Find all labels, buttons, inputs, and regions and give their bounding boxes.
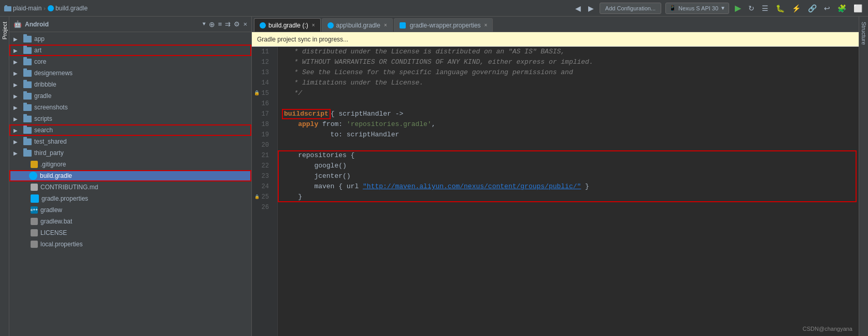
tree-item-label: art [34, 47, 41, 54]
code-line-26 [282, 202, 855, 213]
line-num-19: 19 [252, 130, 273, 140]
refresh-button[interactable]: ↻ [747, 4, 756, 12]
device-selector[interactable]: 📱 Nexus S API 30 ▼ [665, 3, 729, 14]
attach-button[interactable]: 🔗 [806, 4, 818, 12]
gradle-icon-breadcrumb [48, 5, 54, 11]
tab-label: app\build.gradle [336, 22, 380, 29]
code-line-22: google() [282, 161, 855, 171]
tab-close-button[interactable]: × [384, 22, 387, 28]
tree-item-contributing[interactable]: ▶ CONTRIBUTING.md [9, 181, 251, 193]
code-text: apply from: 'repositories.gradle', [282, 119, 435, 130]
code-line-15: */ [282, 88, 855, 99]
line-num-26: 26 [252, 202, 273, 213]
code-text: */ [282, 88, 302, 99]
project-tab[interactable]: Project [1, 19, 9, 43]
tree-item-label: gradle.properties [41, 195, 88, 202]
tree-item-art[interactable]: ▶ art [9, 45, 251, 56]
code-text: buildscript{ scriptHandler -> [282, 109, 403, 119]
maven-url[interactable]: "http://maven.aliyun.com/nexus/content/g… [363, 183, 581, 190]
structure-tab[interactable]: Structure [860, 19, 868, 48]
tree-item-gitignore[interactable]: ▶ .gitignore [9, 159, 251, 170]
code-line-20 [282, 140, 855, 150]
md-file-icon [31, 184, 38, 191]
tree-item-local-properties[interactable]: ▶ local.properties [9, 239, 251, 250]
gradle-button[interactable]: ☰ [760, 4, 770, 12]
plugin-button[interactable]: 🧩 [836, 4, 848, 12]
breadcrumb-file[interactable]: build.gradle [48, 5, 88, 12]
sync-tree-button[interactable]: ≡ [218, 20, 222, 28]
line-numbers: 11 12 13 14 🔒15 16 17 18 19 20 21 22 23 … [252, 47, 278, 336]
tab-close-button[interactable]: × [312, 22, 315, 28]
tab-gradle-icon [328, 22, 334, 29]
maximize-button[interactable]: ⬜ [852, 4, 864, 12]
dropdown-arrow[interactable]: ▼ [203, 21, 206, 27]
tree-item-build-gradle[interactable]: ▶ build.gradle [9, 170, 251, 181]
tree-item-search[interactable]: ▶ search [9, 124, 251, 136]
close-button[interactable]: × [243, 20, 247, 28]
breadcrumb-separator: › [44, 5, 46, 11]
tree-item-test-shared[interactable]: ▶ test_shared [9, 136, 251, 147]
chevron-down-icon: ▼ [720, 5, 725, 11]
code-text: maven { url "http://maven.aliyun.com/nex… [282, 181, 589, 192]
add-configuration-button[interactable]: Add Configuration... [600, 3, 661, 14]
editor-content: 11 12 13 14 🔒15 16 17 18 19 20 21 22 23 … [252, 47, 859, 336]
line-num-22: 22 [252, 161, 273, 171]
code-line-11: * distributed under the License is distr… [282, 47, 855, 57]
tree-item-third-party[interactable]: ▶ third_party [9, 147, 251, 159]
code-line-21: repositories { [282, 150, 855, 161]
undo-button[interactable]: ↩ [822, 4, 832, 12]
back-button[interactable]: ◀ [574, 4, 582, 12]
tab-gradle-wrapper[interactable]: gradle-wrapper.properties × [394, 18, 493, 32]
sidebar-title: Android [25, 21, 200, 28]
tab-build-gradle[interactable]: build.gradle (:) × [254, 18, 321, 32]
tree-item-core[interactable]: ▶ core [9, 56, 251, 67]
tree-item-scripts[interactable]: ▶ scripts [9, 113, 251, 124]
cpp-file-icon: c++ [31, 206, 38, 214]
run-button[interactable]: ▶ [733, 3, 743, 13]
line-num-23: 23 [252, 171, 273, 181]
tree-item-gradlew-bat[interactable]: ▶ gradlew.bat [9, 216, 251, 227]
tab-close-button[interactable]: × [485, 22, 488, 28]
tree-item-dribbble[interactable]: ▶ dribbble [9, 79, 251, 90]
chevron-icon: ▶ [13, 93, 21, 99]
line-num-17: 17 [252, 109, 273, 119]
line-num-14: 14 [252, 78, 273, 88]
tree-item-label: screenshots [34, 104, 68, 111]
chevron-icon: ▶ [13, 128, 21, 133]
folder-icon [23, 36, 32, 43]
tree-item-license[interactable]: ▶ LICENSE [9, 227, 251, 239]
collapse-button[interactable]: ⇉ [225, 20, 231, 28]
folder-icon [23, 116, 32, 122]
tab-app-build-gradle[interactable]: app\build.gradle × [322, 18, 393, 32]
code-line-18: apply from: 'repositories.gradle', [282, 119, 855, 130]
left-side-tabs: Project [0, 17, 9, 336]
breadcrumb-project[interactable]: plaid-main [4, 5, 41, 12]
debug-button[interactable]: 🐛 [774, 4, 786, 12]
tree-item-screenshots[interactable]: ▶ screenshots [9, 102, 251, 113]
tree-item-label: core [34, 58, 46, 65]
code-area[interactable]: * distributed under the License is distr… [278, 47, 859, 336]
folder-icon [23, 150, 32, 157]
line-num-24: 24 [252, 181, 273, 192]
code-line-24: maven { url "http://maven.aliyun.com/nex… [282, 181, 855, 192]
sidebar-header: 🤖 Android ▼ ⊕ ≡ ⇉ ⚙ × [9, 17, 251, 32]
tree-item-label: dribbble [34, 81, 56, 88]
tree-item-designernews[interactable]: ▶ designernews [9, 67, 251, 79]
settings-button[interactable]: ⚙ [234, 20, 240, 28]
folder-icon [23, 93, 32, 100]
forward-button[interactable]: ▶ [587, 4, 595, 12]
folder-icon [23, 59, 32, 65]
line-num-12: 12 [252, 57, 273, 67]
android-icon: 🤖 [13, 20, 22, 29]
top-bar: plaid-main › build.gradle ◀ ▶ Add Config… [0, 0, 868, 17]
tree-item-app[interactable]: ▶ app [9, 33, 251, 45]
profile-button[interactable]: ⚡ [790, 4, 802, 12]
tree-item-gradle-properties[interactable]: ▶ gradle.properties [9, 193, 251, 204]
add-folder-button[interactable]: ⊕ [209, 20, 215, 29]
editor-area: build.gradle (:) × app\build.gradle × gr… [252, 17, 859, 336]
tree-item-gradle[interactable]: ▶ gradle [9, 90, 251, 102]
chevron-icon: ▶ [13, 139, 21, 145]
tree-item-gradlew[interactable]: ▶ c++ gradlew [9, 204, 251, 216]
code-line-19: to: scriptHandler [282, 130, 855, 140]
line-num-15: 🔒15 [252, 88, 273, 99]
